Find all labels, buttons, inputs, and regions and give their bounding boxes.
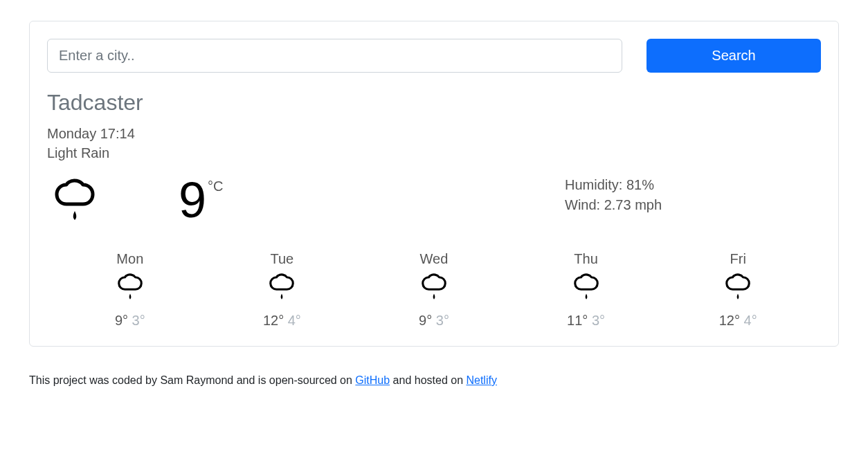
- forecast-high: 12°: [719, 313, 740, 328]
- weather-app-card: Search Tadcaster Monday 17:14 Light Rain…: [29, 21, 839, 347]
- forecast-day: Tue 12° 4°: [206, 251, 359, 329]
- forecast-high: 11°: [567, 313, 588, 328]
- forecast-temps: 9° 3°: [54, 313, 206, 329]
- city-name: Tadcaster: [47, 90, 821, 116]
- rain-icon: [662, 271, 814, 306]
- forecast-low: 3°: [592, 313, 605, 328]
- github-link[interactable]: GitHub: [355, 374, 390, 386]
- footer-mid: and hosted on: [390, 374, 466, 386]
- forecast-temps: 11° 3°: [510, 313, 662, 329]
- humidity-value: 81%: [626, 177, 654, 192]
- forecast-day: Wed 9° 3°: [358, 251, 510, 329]
- forecast-row: Mon 9° 3° Tue 12° 4°: [47, 251, 821, 329]
- forecast-day: Mon 9° 3°: [54, 251, 206, 329]
- forecast-day-label: Fri: [662, 251, 814, 267]
- wind-label: Wind:: [565, 197, 604, 212]
- footer-attribution: This project was coded by Sam Raymond an…: [29, 374, 839, 387]
- forecast-low: 4°: [288, 313, 301, 328]
- rain-icon: [510, 271, 662, 306]
- humidity-line: Humidity: 81%: [565, 175, 821, 195]
- footer-prefix: This project was coded by Sam Raymond an…: [29, 374, 355, 386]
- forecast-low: 4°: [744, 313, 757, 328]
- humidity-label: Humidity:: [565, 177, 626, 192]
- current-conditions-row: 9 °C Humidity: 81% Wind: 2.73 mph: [47, 175, 821, 237]
- temperature-wrap: 9 °C: [179, 175, 224, 225]
- forecast-day-label: Tue: [206, 251, 359, 267]
- forecast-low: 3°: [132, 313, 145, 328]
- forecast-high: 9°: [419, 313, 432, 328]
- netlify-link[interactable]: Netlify: [466, 374, 496, 386]
- city-search-input[interactable]: [47, 39, 622, 73]
- forecast-high: 9°: [115, 313, 128, 328]
- forecast-temps: 9° 3°: [358, 313, 510, 329]
- rain-icon: [54, 271, 206, 306]
- temperature-unit: °C: [208, 178, 223, 194]
- search-button[interactable]: Search: [647, 39, 821, 73]
- forecast-day-label: Thu: [510, 251, 662, 267]
- wind-value: 2.73 mph: [604, 197, 662, 212]
- forecast-day-label: Mon: [54, 251, 206, 267]
- rain-icon: [206, 271, 359, 306]
- search-row: Search: [47, 39, 821, 73]
- current-datetime: Monday 17:14: [47, 124, 821, 143]
- current-description: Light Rain: [47, 143, 821, 163]
- forecast-day: Thu 11° 3°: [510, 251, 662, 329]
- forecast-temps: 12° 4°: [662, 313, 814, 329]
- forecast-high: 12°: [263, 313, 284, 328]
- forecast-temps: 12° 4°: [206, 313, 359, 329]
- current-left: 9 °C: [47, 175, 224, 230]
- rain-icon: [358, 271, 510, 306]
- current-details: Humidity: 81% Wind: 2.73 mph: [565, 175, 821, 215]
- forecast-day-label: Wed: [358, 251, 510, 267]
- wind-line: Wind: 2.73 mph: [565, 195, 821, 215]
- forecast-day: Fri 12° 4°: [662, 251, 814, 329]
- current-temperature: 9: [179, 175, 206, 225]
- forecast-low: 3°: [436, 313, 449, 328]
- rain-icon: [47, 175, 102, 230]
